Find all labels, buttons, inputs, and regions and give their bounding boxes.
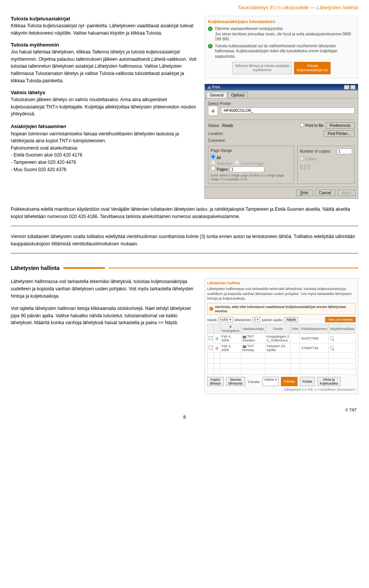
- comment-label: Comment:: [208, 138, 226, 143]
- text: Nopean toiminnan varmistamiseksi faksaa …: [11, 131, 179, 144]
- announcement-text: Tulosta kuljetusasiakirjat nyt tai vaiht…: [215, 43, 355, 59]
- show-label: Näytä: [207, 318, 217, 322]
- text: Klikkaa: [11, 23, 27, 28]
- announcement-panel: Kuljetusasiakirjojen tulostaminen ✓ Olem…: [204, 16, 358, 78]
- breadcrumb: Tavaralähetys EU:n ulkopuolelle — Lähety…: [11, 5, 358, 10]
- print-btn-text: rint: [303, 191, 308, 195]
- table-row-empty: [208, 353, 356, 358]
- heading-valmis: Valmis lähetys: [11, 90, 198, 95]
- text: . Ohjelma palautuu tallennuksen jälkeen …: [36, 57, 151, 62]
- status-label: Status:: [208, 123, 220, 128]
- new-shipment-button[interactable]: Tee uusi lähetys: [325, 317, 356, 322]
- print-dialog: Print ? ✕ General Options Select Printer…: [204, 84, 358, 199]
- announcement-text: Jos sinun tarvitsee peruuttaa nouto, ole…: [215, 32, 351, 42]
- check-icon: ✓: [208, 44, 213, 48]
- radio-selection: [211, 160, 216, 165]
- table-row-empty: [208, 358, 356, 364]
- table-row-empty: [208, 369, 356, 375]
- print-label: Tulosta:: [248, 380, 260, 384]
- collate-icon: ▯▯▯: [300, 163, 352, 170]
- magnifier-icon[interactable]: [330, 336, 334, 340]
- para-myohemmin: Jos haluat tallentaa lähetyksen, klikkaa…: [11, 48, 198, 84]
- hallinta-panel-title: Lähetysten hallinta: [207, 281, 356, 285]
- find-printer-button[interactable]: Find Printer...: [324, 130, 355, 137]
- radio-current-page: [234, 160, 239, 165]
- magnifier-icon[interactable]: [330, 346, 334, 350]
- text-italic: Lähetä: [151, 57, 166, 62]
- radio-pages-label: Pages:: [217, 167, 229, 172]
- announcement-text: Olemme vastaanottaneet noutopyyntösi.: [215, 27, 284, 31]
- table-row[interactable]: 🖨 Feb 4, 2005 TNT Norway Fetveien 23, Kj…: [208, 343, 356, 353]
- pages-input[interactable]: [230, 167, 264, 172]
- price-time-button[interactable]: Hinta ja kuljetusaika: [317, 377, 341, 386]
- para-vienti: Viennin tullattavien lähetysten osalta t…: [11, 233, 358, 248]
- delete-button[interactable]: Poista: [300, 377, 315, 386]
- separator: [11, 253, 358, 253]
- print-dialog-titlebar: Print ? ✕: [205, 84, 358, 90]
- fax-line: - Etelä-Suomen alue 020 420 4176: [11, 152, 82, 158]
- table-row-empty: [208, 364, 356, 369]
- announcement-title: Kuljetusasiakirjojen tulostaminen: [208, 19, 355, 24]
- flag-icon: [243, 336, 246, 338]
- save-later-button[interactable]: Tallenna lähetys ja tulosta asiakirjat m…: [232, 62, 292, 74]
- section-heading: Lähetysten hallinta: [11, 265, 358, 271]
- table-header-row[interactable]: ▼ Noutopäivä Vastaanottaja Osoite Viite …: [208, 324, 356, 334]
- hallinta-warning-text: Varmista, että olet tulostanut vaadittav…: [215, 305, 353, 313]
- preferences-button[interactable]: Preferences: [326, 122, 355, 129]
- show-button[interactable]: Näytä: [284, 317, 299, 322]
- apply-button: Apply: [337, 190, 356, 196]
- track-shipment-button[interactable]: Seuraa lähetystä: [226, 377, 245, 386]
- print-to-file-checkbox[interactable]: [300, 123, 304, 127]
- location-label: Location:: [208, 132, 224, 136]
- help-icon[interactable]: ?: [344, 85, 349, 90]
- close-icon[interactable]: ✕: [350, 85, 356, 90]
- main-text-column: Tulosta kuljetusasiakirjat Klikkaa Tulos…: [11, 16, 198, 199]
- table-row[interactable]: 🖨 Feb 4, 2005 TNT Sweden Kungsängen 2 C_…: [208, 334, 356, 343]
- row-checkbox[interactable]: [209, 336, 213, 340]
- days-select[interactable]: 5 ▾: [253, 317, 261, 322]
- para-poikkeus: Poikkeuksena edellä mainittuun käytäntöö…: [11, 206, 358, 220]
- print-button[interactable]: Print: [296, 190, 312, 196]
- print-now-button[interactable]: Tulosta kuljetusasiakirjat nyt: [294, 62, 331, 74]
- select-printer-label: Select Printer: [208, 102, 355, 106]
- copy-shipment-button[interactable]: Kopioi lähetys: [207, 377, 224, 386]
- hallinta-text-column: Lähetysten hallinnassa voit tarkastella …: [11, 278, 198, 394]
- row-checkbox[interactable]: [209, 346, 213, 350]
- hallinta-para-2: Voit lajitella lähetysten hallinnan tiet…: [11, 305, 198, 326]
- printer-name[interactable]: HP4500COLOR_: [221, 107, 355, 114]
- print-selected-button[interactable]: Tulosta: [281, 377, 298, 386]
- copies-input[interactable]: [337, 148, 352, 154]
- text-italic: Tulosta kuljetusasiakirjat nyt: [27, 23, 84, 28]
- check-icon: ✓: [208, 27, 213, 31]
- filter-select[interactable]: kaikki ▾: [218, 317, 233, 322]
- heading-myohemmin: Tulosta myöhemmin: [11, 42, 198, 48]
- tab-general[interactable]: General: [206, 92, 227, 98]
- status-value: Ready: [222, 123, 233, 128]
- copies-label: Number of copies:: [300, 149, 331, 153]
- printer-icon: 🖨: [215, 346, 219, 350]
- text: lähetykset: [234, 318, 251, 322]
- fax-line: - Muu Suomi 020 420 4376: [11, 167, 66, 172]
- warning-icon: !: [209, 307, 213, 311]
- text: Jos haluat tallentaa lähetyksen, klikkaa: [11, 49, 92, 55]
- text-italic: Lähetysten hallinnassa: [95, 63, 142, 69]
- hallinta-panel-sub: Lähetysten hallinnassa voit tarkastella …: [207, 287, 356, 301]
- radio-pages[interactable]: [211, 166, 216, 171]
- para-faksi: Asiakirjojen faksaaminen Nopean toiminna…: [11, 123, 198, 173]
- cancel-button[interactable]: Cancel: [315, 190, 335, 196]
- print-to-file-label: Print to file: [305, 123, 323, 128]
- hallinta-para-1: Lähetysten hallinnassa voit tarkastella …: [11, 278, 198, 300]
- para-valmis: Tulostuksen jälkeen lähetys on valmis no…: [11, 96, 198, 118]
- text: Faksinumerot ovat aluekohtaisia:: [11, 145, 78, 151]
- printer-icon[interactable]: 🖨: [208, 106, 218, 116]
- para-tulosta: Klikkaa Tulosta kuljetusasiakirjat nyt -…: [11, 22, 198, 37]
- pager[interactable]: Lähetykset 1-1 Yht. 1 <<Edellinen Seuraa…: [207, 388, 356, 391]
- tab-options[interactable]: Options: [228, 92, 248, 98]
- print-select[interactable]: Valitse ▾: [263, 377, 279, 386]
- page-range-label: Page Range: [211, 148, 291, 153]
- heading-tulosta: Tulosta kuljetusasiakirjat: [11, 16, 198, 22]
- radio-all-label: All: [216, 156, 221, 160]
- radio-all[interactable]: [211, 154, 216, 159]
- print-dialog-title: Print: [207, 85, 220, 89]
- shipments-table: ▼ Noutopäivä Vastaanottaja Osoite Viite …: [207, 324, 356, 375]
